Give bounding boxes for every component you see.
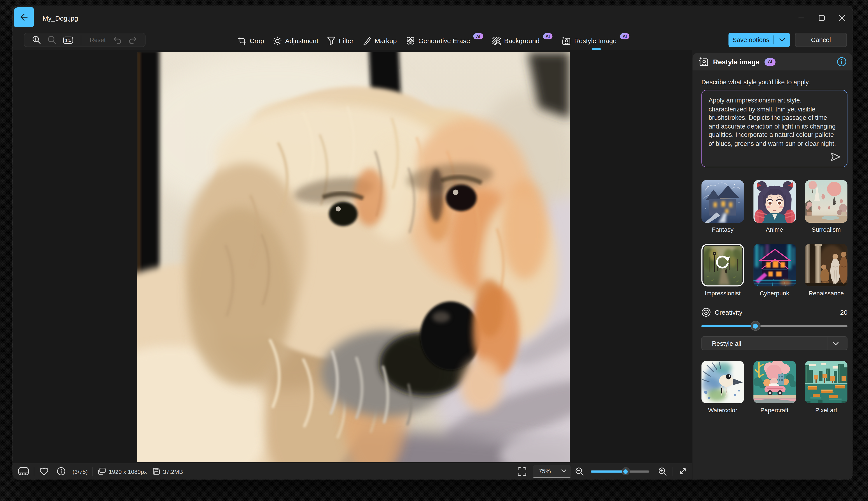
file-info-icon[interactable] (57, 467, 65, 476)
crop-icon (238, 36, 246, 45)
style-label: Renaissance (809, 290, 844, 297)
style-option-pixel-art[interactable]: Pixel art (805, 361, 847, 413)
actual-size-button[interactable]: 1:1 (63, 36, 73, 44)
chevron-down-icon (561, 469, 566, 472)
fullscreen-expand-icon[interactable] (679, 467, 687, 476)
style-presets-row-3: Watercolor (701, 361, 847, 413)
photos-app-window: My_Dog.jpg 1:1 Reset Crop Adjustment (13, 6, 853, 479)
tab-crop[interactable]: Crop (238, 35, 265, 46)
send-prompt-icon[interactable] (830, 151, 841, 162)
slider-thumb[interactable] (750, 321, 761, 331)
statusbar-divider (93, 467, 94, 476)
slider-fill (701, 325, 755, 327)
style-option-papercraft[interactable]: Papercraft (753, 361, 796, 413)
style-option-renaissance[interactable]: Renaissance (805, 244, 847, 296)
markup-pen-icon (362, 36, 371, 45)
file-size: 37.2MB (163, 468, 183, 475)
zoom-level-value: 75% (539, 468, 561, 474)
describe-style-label: Describe what style you'd like to apply. (701, 78, 810, 85)
canvas-zoom-slider[interactable] (591, 467, 649, 476)
style-option-impressionist[interactable]: Impressionist (701, 244, 744, 296)
creativity-slider[interactable] (701, 321, 847, 330)
statusbar-divider (34, 467, 34, 476)
restyle-image-icon (699, 57, 709, 66)
window-title: My_Dog.jpg (43, 14, 78, 22)
editing-canvas (13, 50, 692, 462)
selected-tab-indicator (592, 48, 601, 50)
toolbar-divider (81, 35, 81, 45)
close-button[interactable] (832, 6, 853, 29)
edited-photo (138, 52, 570, 462)
adjustment-icon (273, 36, 282, 45)
tab-filter[interactable]: Filter (327, 35, 354, 46)
renaissance-thumbnail[interactable] (805, 244, 847, 286)
style-label: Cyberpunk (760, 290, 789, 297)
style-label: Anime (766, 226, 783, 233)
watercolor-thumbnail[interactable] (701, 361, 744, 403)
favorite-heart-icon[interactable] (40, 467, 49, 476)
style-option-watercolor[interactable]: Watercolor (701, 361, 744, 413)
restyle-all-label: Restyle all (705, 340, 827, 347)
anime-thumbnail[interactable] (753, 180, 796, 223)
minimize-button[interactable] (791, 6, 812, 29)
zoom-level-dropdown[interactable]: 75% (533, 465, 571, 478)
style-option-fantasy[interactable]: Fantasy (701, 180, 744, 233)
desktop: My_Dog.jpg 1:1 Reset Crop Adjustment (0, 0, 868, 501)
fit-to-screen-icon[interactable] (518, 467, 526, 476)
zoom-out-icon[interactable] (48, 35, 56, 44)
papercraft-thumbnail[interactable] (753, 361, 796, 403)
zoom-out-icon[interactable] (575, 467, 584, 476)
style-label: Impressionist (705, 290, 741, 297)
pixel-art-thumbnail[interactable] (805, 361, 847, 403)
file-size-icon (153, 468, 160, 475)
slider-thumb[interactable] (622, 467, 630, 476)
fantasy-thumbnail[interactable] (701, 180, 744, 223)
chevron-down-icon[interactable] (774, 38, 790, 42)
style-option-anime[interactable]: Anime (753, 180, 796, 233)
style-label: Papercraft (760, 407, 788, 413)
style-option-cyberpunk[interactable]: Cyberpunk (753, 244, 796, 296)
statusbar-divider (673, 467, 673, 476)
restyle-image-icon (561, 36, 571, 45)
zoom-in-icon[interactable] (32, 35, 41, 44)
zoom-in-icon[interactable] (658, 467, 667, 476)
restyle-all-dropdown[interactable]: Restyle all (701, 336, 847, 350)
panel-header: Restyle image AI (693, 53, 853, 70)
tab-generative-erase[interactable]: Generative Erase AI (405, 35, 484, 46)
window-controls (791, 6, 853, 29)
filter-icon (327, 36, 336, 45)
ai-badge: AI (473, 33, 483, 40)
redo-icon[interactable] (129, 36, 137, 44)
save-options-button[interactable]: Save options (728, 33, 790, 47)
photo-counter: (3/75) (73, 468, 88, 475)
image-dimensions: 1920 x 1080px (109, 468, 147, 475)
ai-badge: AI (543, 33, 552, 40)
surrealism-thumbnail[interactable] (805, 180, 847, 223)
tab-background[interactable]: Background AI (491, 35, 553, 46)
style-option-surrealism[interactable]: Surrealism (805, 180, 847, 233)
maximize-button[interactable] (812, 6, 832, 29)
restyle-image-panel: Restyle image AI Describe what style you… (692, 50, 853, 479)
image-dimensions-icon (98, 468, 106, 475)
info-icon[interactable] (837, 57, 846, 66)
chevron-down-icon (828, 342, 844, 345)
cancel-button[interactable]: Cancel (795, 33, 847, 47)
undo-icon[interactable] (113, 36, 122, 44)
cyberpunk-thumbnail[interactable] (753, 244, 796, 286)
style-presets-row-1: Fantasy (701, 180, 847, 233)
status-bar: (3/75) 1920 x 1080px 37.2MB 75% (13, 462, 692, 479)
tab-adjustment[interactable]: Adjustment (272, 35, 319, 46)
creativity-bullseye-icon (701, 307, 711, 317)
style-prompt-input[interactable]: Apply an impressionism art style, charac… (701, 90, 847, 167)
back-button[interactable] (14, 7, 34, 27)
ai-badge: AI (620, 33, 629, 40)
tab-restyle-image[interactable]: Restyle Image AI (561, 35, 630, 46)
background-icon (492, 36, 501, 45)
tab-markup[interactable]: Markup (362, 35, 397, 46)
impressionist-thumbnail-selected[interactable] (701, 244, 744, 286)
filmstrip-icon[interactable] (18, 467, 29, 476)
style-label: Watercolor (708, 407, 737, 413)
generative-erase-icon (406, 36, 415, 45)
reset-button[interactable]: Reset (90, 36, 106, 43)
style-label: Surrealism (812, 226, 840, 233)
